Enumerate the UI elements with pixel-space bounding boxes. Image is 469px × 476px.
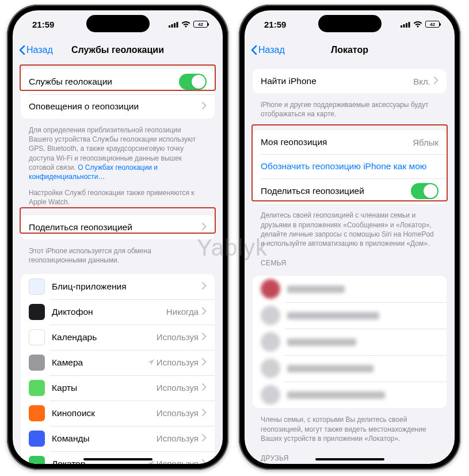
location-arrow-icon (148, 357, 154, 368)
row-label: Моя геопозиция (261, 137, 413, 147)
notch (86, 15, 150, 32)
row-label: Оповещения о геопозиции (29, 101, 199, 112)
back-label: Назад (26, 45, 53, 55)
family-member-row[interactable] (253, 329, 447, 355)
blurred-name (287, 312, 379, 319)
chevron-left-icon (250, 45, 257, 55)
app-value: Используя (157, 459, 199, 464)
nav-bar: Назад Локатор (245, 38, 455, 62)
family-header: СЕМЬЯ (245, 252, 455, 271)
location-services-toggle-row[interactable]: Службы геолокации (21, 69, 215, 94)
avatar (261, 332, 280, 352)
phone-right: 21:59 42 Назад Локатор Найти iPhon (239, 5, 460, 470)
share-note: Делитесь своей геопозицией с членами сем… (245, 208, 455, 252)
app-name: Календарь (52, 332, 157, 342)
app-icon (29, 279, 45, 295)
row-label: Обозначить геопозицию iPhone как мою (261, 161, 439, 172)
row-value: Яблык (413, 138, 439, 147)
screen-right: 21:59 42 Назад Локатор Найти iPhon (245, 10, 455, 464)
phone-left: 21:59 42 Назад Службы геолокации С (7, 5, 228, 470)
status-time: 21:59 (32, 20, 54, 29)
app-row[interactable]: КинопоискИспользуя (21, 401, 215, 426)
chevron-right-icon (434, 76, 439, 86)
page-title: Локатор (331, 45, 368, 55)
friends-header: ДРУЗЬЯ (245, 447, 455, 464)
blurred-name (287, 338, 356, 346)
app-row[interactable]: ЛокаторИспользуя (21, 451, 215, 464)
svg-rect-2 (174, 23, 176, 28)
back-button[interactable]: Назад (250, 45, 285, 55)
chevron-right-icon (202, 281, 207, 292)
my-location-row[interactable]: Моя геопозиция Яблык (253, 130, 447, 154)
cellular-icon (169, 20, 178, 29)
app-row[interactable]: КалендарьИспользуя (21, 325, 215, 350)
share-location-note: Этот iPhone используется для обмена геоп… (13, 244, 223, 268)
svg-rect-6 (406, 23, 407, 28)
family-member-row[interactable] (253, 302, 447, 329)
find-iphone-row[interactable]: Найти iPhone Вкл. (253, 69, 447, 93)
app-name: Диктофон (52, 307, 166, 317)
app-row[interactable]: Блиц-приложения (21, 274, 215, 299)
content-left[interactable]: Службы геолокации Оповещения о геопозици… (13, 62, 223, 464)
app-value: Используя (157, 408, 199, 418)
chevron-right-icon (202, 357, 207, 368)
apps-group: Блиц-приложенияДиктофонНикогдаКалендарьИ… (21, 274, 215, 464)
row-label: Службы геолокации (29, 77, 179, 87)
app-name: Команды (52, 433, 157, 444)
app-row[interactable]: КартыИспользуя (21, 375, 215, 401)
row-label: Найти iPhone (261, 76, 413, 86)
home-indicator (315, 458, 384, 460)
avatar (261, 306, 280, 325)
chevron-right-icon (202, 383, 207, 393)
app-value: Используя (157, 383, 199, 393)
family-member-row[interactable] (253, 276, 447, 302)
chevron-right-icon (202, 307, 207, 317)
location-alerts-row[interactable]: Оповещения о геопозиции (21, 94, 215, 119)
designate-iphone-row[interactable]: Обозначить геопозицию iPhone как мою (253, 154, 447, 178)
app-icon (29, 329, 45, 345)
my-location-group: Моя геопозиция Яблык Обозначить геопозиц… (253, 130, 447, 204)
row-label: Поделиться геопозицией (261, 186, 411, 196)
avatar (261, 385, 280, 405)
share-location-row[interactable]: Поделиться геопозицией (21, 215, 215, 239)
share-location-toggle-row[interactable]: Поделиться геопозицией (253, 178, 447, 204)
svg-rect-4 (401, 25, 402, 28)
svg-rect-1 (171, 24, 173, 28)
app-row[interactable]: ДиктофонНикогда (21, 299, 215, 325)
share-location-group: Поделиться геопозицией (21, 215, 215, 239)
row-label: Поделиться геопозицией (29, 222, 199, 233)
svg-rect-0 (169, 25, 170, 28)
app-row[interactable]: КомандыИспользуя (21, 426, 215, 451)
home-indicator (83, 458, 152, 460)
svg-rect-3 (177, 22, 178, 28)
app-name: Кинопоиск (52, 408, 157, 418)
chevron-right-icon (202, 459, 207, 464)
toggle-switch[interactable] (411, 183, 439, 199)
content-right[interactable]: Найти iPhone Вкл. iPhone и другие поддер… (245, 62, 455, 464)
app-icon (29, 405, 45, 421)
chevron-right-icon (202, 408, 207, 418)
notch (318, 15, 382, 32)
chevron-right-icon (202, 433, 207, 444)
family-member-row[interactable] (253, 382, 447, 408)
app-row[interactable]: КамераИспользуя (21, 350, 215, 375)
find-iphone-note: iPhone и другие поддерживаемые аксессуар… (245, 98, 455, 122)
location-services-group: Службы геолокации Оповещения о геопозици… (21, 69, 215, 119)
apple-watch-note: Настройки Служб геолокации также применя… (13, 185, 223, 210)
app-value: Используя (157, 332, 199, 342)
family-member-row[interactable] (253, 355, 447, 382)
family-group (253, 276, 447, 408)
app-icon (29, 355, 45, 371)
find-iphone-group: Найти iPhone Вкл. (253, 69, 447, 93)
screen-left: 21:59 42 Назад Службы геолокации С (13, 10, 223, 464)
back-button[interactable]: Назад (18, 45, 53, 55)
battery-icon: 42 (193, 21, 208, 28)
family-note: Члены семьи, с которыми Вы делитесь свое… (245, 413, 455, 447)
row-value: Вкл. (413, 77, 430, 86)
location-explain-text: Для определения приблизительной геопозиц… (13, 123, 223, 185)
avatar (261, 359, 280, 378)
svg-rect-5 (403, 24, 405, 28)
app-icon (29, 304, 45, 320)
chevron-left-icon (18, 45, 25, 55)
toggle-switch[interactable] (179, 74, 207, 90)
